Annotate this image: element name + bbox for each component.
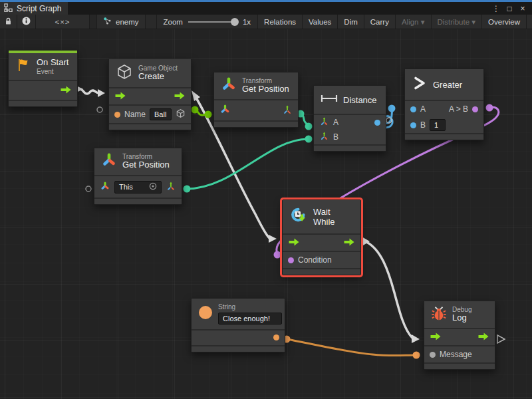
flow-row — [109, 88, 191, 104]
script-graph-window: Script Graph ⋮ □ × <×> enemy — [0, 0, 532, 399]
tab-script-graph[interactable]: Script Graph — [0, 2, 68, 15]
node-get-position-top[interactable]: Transform Get Position — [213, 72, 299, 128]
string-output-port[interactable] — [273, 334, 279, 340]
node-footer — [109, 124, 191, 130]
node-footer — [424, 364, 495, 369]
window-menu-icon[interactable]: ⋮ — [491, 3, 501, 14]
flag-icon — [15, 57, 31, 76]
port-b-row: B — [314, 130, 386, 144]
dim-button[interactable]: Dim — [338, 15, 364, 29]
node-distance[interactable]: Distance A B — [313, 85, 386, 152]
flow-output-port[interactable] — [477, 332, 489, 342]
node-footer — [214, 122, 298, 127]
chevron-down-icon: ▾ — [421, 17, 425, 27]
name-port-row: Name Ball — [109, 106, 191, 123]
node-footer — [283, 269, 360, 275]
condition-port-row: Condition — [283, 252, 360, 268]
gameobject-output-port[interactable] — [176, 108, 186, 120]
node-wait-while[interactable]: Wait While Condition — [282, 200, 361, 275]
relations-button[interactable]: Relations — [258, 15, 303, 29]
node-header: Debug Log — [424, 301, 495, 328]
boolean-input-port[interactable] — [288, 257, 294, 263]
number-output-port[interactable] — [374, 120, 380, 126]
node-header: Transform Get Position — [214, 72, 298, 99]
lock-icon — [5, 17, 12, 27]
lock-button[interactable] — [0, 15, 17, 29]
field-text: This — [119, 182, 133, 192]
close-icon[interactable]: × — [517, 3, 528, 14]
flow-output-port[interactable] — [60, 86, 72, 96]
port-label: Message — [440, 350, 472, 359]
graph-name: enemy — [116, 18, 139, 26]
port-label: Name — [124, 110, 146, 119]
boolean-output-port[interactable] — [472, 106, 478, 112]
string-input-port[interactable] — [114, 112, 120, 118]
vector3-input-port-b[interactable] — [319, 131, 329, 143]
node-get-position-bottom[interactable]: Transform Get Position This — [94, 148, 182, 205]
node-title: Get Position — [242, 84, 289, 94]
name-value-field[interactable]: Ball — [150, 108, 172, 120]
carry-button[interactable]: Carry — [364, 15, 396, 29]
transform-input-port[interactable] — [219, 104, 231, 117]
distribute-button[interactable]: Distribute ▾ — [432, 15, 483, 29]
flow-row — [283, 235, 360, 251]
number-input-port-a[interactable] — [410, 106, 416, 112]
flow-input-port[interactable] — [114, 92, 126, 102]
port-label: A — [420, 104, 426, 114]
ports-row — [214, 100, 298, 120]
b-value-field[interactable]: 1 — [430, 119, 446, 131]
info-icon — [22, 17, 31, 27]
port-a-row: A A > B — [405, 101, 483, 117]
info-button[interactable] — [17, 15, 36, 29]
zoom-slider[interactable] — [188, 18, 237, 26]
node-string-literal[interactable]: String Close enough! — [191, 298, 285, 352]
dim-label: Dim — [344, 18, 357, 26]
tab-bar: Script Graph ⋮ □ × — [0, 2, 532, 15]
node-title: Greater — [433, 80, 462, 90]
target-value-field[interactable]: This — [114, 181, 162, 194]
ports-body: A A > B B 1 — [405, 101, 483, 133]
toolbar-divider — [90, 15, 97, 29]
ports-row: This — [94, 176, 182, 198]
string-value-field[interactable]: Close enough! — [218, 313, 282, 325]
flow-input-port[interactable] — [288, 238, 300, 248]
node-on-start[interactable]: On Start Event — [8, 50, 78, 107]
node-debug-log[interactable]: Debug Log Message — [424, 301, 495, 370]
message-input-port[interactable] — [430, 352, 436, 358]
zoom-slider-handle[interactable] — [231, 18, 239, 26]
flow-output-port[interactable] — [343, 238, 355, 248]
align-button[interactable]: Align ▾ — [396, 15, 432, 29]
vector3-input-port-a[interactable] — [319, 116, 329, 128]
message-port-row: Message — [424, 346, 495, 362]
carry-label: Carry — [370, 18, 389, 26]
transform-input-port[interactable] — [100, 181, 110, 194]
flow-input-port[interactable] — [430, 332, 442, 342]
node-footer — [94, 199, 182, 204]
flow-output-port[interactable] — [174, 92, 186, 102]
values-label: Values — [309, 18, 331, 26]
values-button[interactable]: Values — [303, 15, 338, 29]
vector3-output-port[interactable] — [282, 104, 293, 117]
node-title: Create — [138, 72, 178, 82]
wait-clock-icon — [289, 206, 308, 227]
overview-button[interactable]: Overview — [482, 15, 527, 29]
fullscreen-button[interactable]: Full Screen — [527, 15, 532, 29]
output-row — [192, 331, 285, 345]
object-picker-icon[interactable] — [149, 182, 157, 192]
node-footer — [314, 146, 386, 151]
node-create-gameobject[interactable]: Game Object Create Name Ball — [108, 59, 192, 130]
node-footer — [405, 134, 483, 140]
code-view-toggle[interactable]: <×> — [36, 15, 90, 29]
vector3-output-port[interactable] — [166, 181, 176, 194]
node-greater[interactable]: Greater A A > B B 1 — [404, 68, 484, 140]
greater-than-icon — [412, 75, 428, 94]
relations-label: Relations — [264, 18, 296, 26]
zoom-label: Zoom — [164, 18, 183, 26]
code-icon: <×> — [55, 18, 70, 26]
port-label: B — [333, 132, 338, 142]
number-input-port-b[interactable] — [410, 122, 416, 128]
node-header: Distance — [314, 86, 386, 114]
maximize-icon[interactable]: □ — [504, 3, 515, 14]
graph-toolbar: <×> enemy Zoom 1x Relations Values Dim C… — [0, 15, 532, 29]
graph-breadcrumb[interactable]: enemy — [97, 15, 146, 29]
